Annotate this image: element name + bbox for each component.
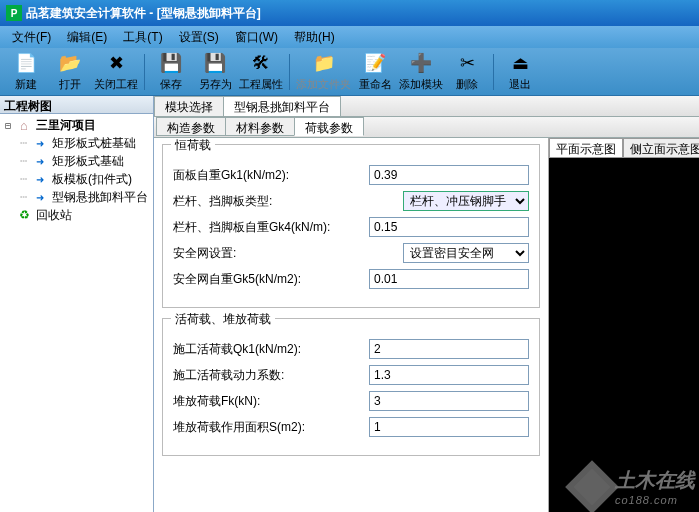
project-tree[interactable]: ⊟ ⌂ 三里河项目 ┄➜矩形板式桩基础┄➜矩形板式基础┄➜板模板(扣件式)┄➜型… xyxy=(0,114,153,512)
toolbar-btn-10[interactable]: ⏏退出 xyxy=(500,50,540,94)
watermark: 土木在线 co188.com xyxy=(573,467,695,506)
toolbar-btn-5[interactable]: 🛠工程属性 xyxy=(239,50,283,94)
toolbar-label: 工程属性 xyxy=(239,77,283,92)
form-label: 堆放荷载作用面积S(m2): xyxy=(173,419,369,436)
toolbar-btn-4[interactable]: 💾另存为 xyxy=(195,50,235,94)
toolbar-icon: ✂ xyxy=(455,51,479,75)
dead-load-row: 安全网设置:设置密目安全网 xyxy=(173,243,529,263)
toolbar-label: 添加模块 xyxy=(399,77,443,92)
form-panel: 恒荷载 面板自重Gk1(kN/m2):栏杆、挡脚板类型:栏杆、冲压钢脚手栏杆、挡… xyxy=(154,138,549,512)
menu-help[interactable]: 帮助(H) xyxy=(286,27,343,48)
live-load-row: 堆放荷载Fk(kN): xyxy=(173,391,529,411)
title-text: 品茗建筑安全计算软件 - [型钢悬挑卸料平台] xyxy=(26,5,261,22)
toolbar-btn-3[interactable]: 💾保存 xyxy=(151,50,191,94)
toolbar-label: 重命名 xyxy=(359,77,392,92)
tree-item[interactable]: ┄➜型钢悬挑卸料平台 xyxy=(2,188,151,206)
menu-edit[interactable]: 编辑(E) xyxy=(59,27,115,48)
dead-load-row: 栏杆、挡脚板类型:栏杆、冲压钢脚手 xyxy=(173,191,529,211)
toolbar-label: 另存为 xyxy=(199,77,232,92)
form-input[interactable] xyxy=(369,217,529,237)
toolbar-icon: 📂 xyxy=(58,51,82,75)
tree-item-label: 型钢悬挑卸料平台 xyxy=(50,189,150,206)
toolbar-btn-6: 📁添加文件夹 xyxy=(296,50,351,94)
toolbar-btn-7[interactable]: 📝重命名 xyxy=(355,50,395,94)
module-tab-current[interactable]: 型钢悬挑卸料平台 xyxy=(223,96,341,116)
preview-tabs: 平面示意图 侧立面示意图 xyxy=(549,138,699,158)
module-tabs: 模块选择 型钢悬挑卸料平台 xyxy=(154,96,699,117)
tree-item[interactable]: ┄➜矩形板式基础 xyxy=(2,152,151,170)
menu-file[interactable]: 文件(F) xyxy=(4,27,59,48)
live-load-row: 施工活荷载动力系数: xyxy=(173,365,529,385)
tree-root-label[interactable]: 三里河项目 xyxy=(34,117,98,134)
preview-panel: 平面示意图 侧立面示意图 xyxy=(549,138,699,512)
toolbar-btn-0[interactable]: 📄新建 xyxy=(6,50,46,94)
form-label: 施工活荷载Qk1(kN/m2): xyxy=(173,341,369,358)
preview-tab-plan[interactable]: 平面示意图 xyxy=(549,138,623,158)
form-input[interactable] xyxy=(369,165,529,185)
watermark-url: co188.com xyxy=(615,494,695,506)
form-select[interactable]: 栏杆、冲压钢脚手 xyxy=(403,191,529,211)
live-load-row: 堆放荷载作用面积S(m2): xyxy=(173,417,529,437)
tree-collapse-icon[interactable]: ⊟ xyxy=(2,120,14,131)
tree-item-label: 板模板(扣件式) xyxy=(50,171,134,188)
menu-tools[interactable]: 工具(T) xyxy=(115,27,170,48)
dead-load-row: 面板自重Gk1(kN/m2): xyxy=(173,165,529,185)
param-tab-load[interactable]: 荷载参数 xyxy=(294,117,364,136)
toolbar-label: 打开 xyxy=(59,77,81,92)
arrow-icon: ➜ xyxy=(32,190,48,204)
tree-item-label: 矩形板式基础 xyxy=(50,153,126,170)
tree-recycle-label[interactable]: 回收站 xyxy=(34,207,74,224)
form-label: 栏杆、挡脚板类型: xyxy=(173,193,403,210)
toolbar-btn-9[interactable]: ✂删除 xyxy=(447,50,487,94)
toolbar-icon: ⏏ xyxy=(508,51,532,75)
toolbar-label: 关闭工程 xyxy=(94,77,138,92)
toolbar: 📄新建📂打开✖关闭工程💾保存💾另存为🛠工程属性📁添加文件夹📝重命名➕添加模块✂删… xyxy=(0,48,699,96)
form-select[interactable]: 设置密目安全网 xyxy=(403,243,529,263)
form-input[interactable] xyxy=(369,417,529,437)
form-input[interactable] xyxy=(369,391,529,411)
arrow-icon: ➜ xyxy=(32,154,48,168)
form-label: 安全网自重Gk5(kN/m2): xyxy=(173,271,369,288)
param-tab-structure[interactable]: 构造参数 xyxy=(156,117,226,136)
dead-load-row: 栏杆、挡脚板自重Gk4(kN/m): xyxy=(173,217,529,237)
form-label: 堆放荷载Fk(kN): xyxy=(173,393,369,410)
group-dead-load-title: 恒荷载 xyxy=(171,138,215,154)
home-icon: ⌂ xyxy=(16,118,32,132)
param-tab-material[interactable]: 材料参数 xyxy=(225,117,295,136)
toolbar-btn-1[interactable]: 📂打开 xyxy=(50,50,90,94)
form-label: 安全网设置: xyxy=(173,245,403,262)
toolbar-icon: 💾 xyxy=(159,51,183,75)
preview-tab-side[interactable]: 侧立面示意图 xyxy=(623,138,699,158)
menu-window[interactable]: 窗口(W) xyxy=(227,27,286,48)
dead-load-row: 安全网自重Gk5(kN/m2): xyxy=(173,269,529,289)
arrow-icon: ➜ xyxy=(32,172,48,186)
project-tree-panel: 工程树图 ⊟ ⌂ 三里河项目 ┄➜矩形板式桩基础┄➜矩形板式基础┄➜板模板(扣件… xyxy=(0,96,154,512)
tree-item-label: 矩形板式桩基础 xyxy=(50,135,138,152)
toolbar-icon: ➕ xyxy=(409,51,433,75)
watermark-text: 土木在线 xyxy=(615,469,695,491)
app-icon: P xyxy=(6,5,22,21)
group-live-load-title: 活荷载、堆放荷载 xyxy=(171,311,275,328)
menu-settings[interactable]: 设置(S) xyxy=(171,27,227,48)
form-label: 施工活荷载动力系数: xyxy=(173,367,369,384)
tree-item[interactable]: ┄➜矩形板式桩基础 xyxy=(2,134,151,152)
toolbar-icon: 💾 xyxy=(203,51,227,75)
toolbar-label: 添加文件夹 xyxy=(296,77,351,92)
toolbar-btn-8[interactable]: ➕添加模块 xyxy=(399,50,443,94)
form-input[interactable] xyxy=(369,269,529,289)
tree-header: 工程树图 xyxy=(0,96,153,114)
group-dead-load: 恒荷载 面板自重Gk1(kN/m2):栏杆、挡脚板类型:栏杆、冲压钢脚手栏杆、挡… xyxy=(162,144,540,308)
tree-item[interactable]: ┄➜板模板(扣件式) xyxy=(2,170,151,188)
module-tab-select[interactable]: 模块选择 xyxy=(154,96,224,116)
menu-bar: 文件(F) 编辑(E) 工具(T) 设置(S) 窗口(W) 帮助(H) xyxy=(0,26,699,48)
title-bar: P 品茗建筑安全计算软件 - [型钢悬挑卸料平台] xyxy=(0,0,699,26)
form-label: 栏杆、挡脚板自重Gk4(kN/m): xyxy=(173,219,369,236)
form-input[interactable] xyxy=(369,365,529,385)
param-tabs: 构造参数 材料参数 荷载参数 xyxy=(154,117,699,138)
toolbar-btn-2[interactable]: ✖关闭工程 xyxy=(94,50,138,94)
live-load-row: 施工活荷载Qk1(kN/m2): xyxy=(173,339,529,359)
form-input[interactable] xyxy=(369,339,529,359)
arrow-icon: ➜ xyxy=(32,136,48,150)
toolbar-icon: 📝 xyxy=(363,51,387,75)
toolbar-label: 新建 xyxy=(15,77,37,92)
